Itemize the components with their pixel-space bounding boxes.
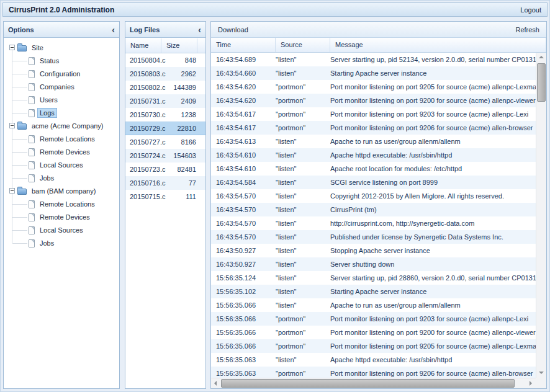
scroll-down-icon[interactable] <box>536 368 546 378</box>
log-row[interactable]: 15:56:35.066"listen"Apache to run as use… <box>211 298 536 312</box>
log-row[interactable]: 15:56:35.066"portmon"Port monitor listen… <box>211 339 536 353</box>
collapse-left-icon[interactable]: ‹ <box>198 27 201 33</box>
cell-message: Port monitor listening on port 9205 for … <box>330 83 536 91</box>
column-header-source[interactable]: Source <box>276 38 330 52</box>
logfile-row[interactable]: 20150729.c22810 <box>125 122 205 135</box>
tree-item-status[interactable]: Status <box>4 55 119 68</box>
expander-minus-icon[interactable] <box>9 188 15 194</box>
logfiles-panel-header: Log Files ‹ <box>125 22 205 38</box>
log-row[interactable]: 16:43:54.620"portmon"Port monitor listen… <box>211 80 536 94</box>
logfile-row[interactable]: 20150724.c154603 <box>125 149 205 163</box>
cell-message: CirrusPrint (tm) <box>330 206 536 213</box>
expander-minus-icon[interactable] <box>9 45 15 50</box>
download-toolbar: Download Refresh <box>211 22 546 38</box>
log-row[interactable]: 16:43:54.610"listen"Apache root location… <box>211 162 536 176</box>
horizontal-scrollbar[interactable] <box>211 378 536 388</box>
log-row[interactable]: 15:56:35.066"portmon"Port monitor listen… <box>211 312 536 326</box>
tree-item-companies[interactable]: Companies <box>4 81 119 94</box>
tree-item-jobs[interactable]: Jobs <box>4 172 119 185</box>
cell-source: "listen" <box>276 247 330 254</box>
cell-name: 20150731.c <box>125 97 161 105</box>
horizontal-scrollbar-thumb[interactable] <box>221 379 515 388</box>
options-panel-header: Options ‹ <box>4 22 119 38</box>
column-header-size[interactable]: Size <box>161 38 197 53</box>
log-row[interactable]: 15:56:35.063"listen"Apache httpd executa… <box>211 353 536 367</box>
options-panel-title: Options <box>8 26 34 33</box>
logfile-row[interactable]: 20150727.c8166 <box>125 135 205 149</box>
app-title: CirrusPrint 2.0 Administration <box>9 6 114 14</box>
log-row[interactable]: 15:56:35.066"portmon"Port monitor listen… <box>211 326 536 339</box>
tree-item-acme-acme-company[interactable]: acme (Acme Company) <box>4 120 119 133</box>
logfile-row[interactable]: 20150723.c82481 <box>125 163 205 176</box>
log-row[interactable]: 16:43:50.927"listen"Server shutting down <box>211 257 536 271</box>
column-header-time[interactable]: Time <box>211 38 276 52</box>
tree-item-remote-locations[interactable]: Remote Locations <box>4 133 119 146</box>
log-row[interactable]: 16:43:54.570"listen"http://cirrusprint.c… <box>211 216 536 230</box>
cell-size: 1238 <box>161 111 196 118</box>
logfile-row[interactable]: 20150803.c2962 <box>125 67 205 81</box>
document-icon <box>29 174 35 182</box>
tree-item-configuration[interactable]: Configuration <box>4 68 119 81</box>
log-row[interactable]: 16:43:54.689"listen"Server starting up, … <box>211 53 536 66</box>
download-button[interactable]: Download <box>216 25 250 35</box>
log-row[interactable]: 16:43:54.570"listen"Published under lice… <box>211 230 536 244</box>
logfile-row[interactable]: 20150715.c111 <box>125 190 205 203</box>
log-row[interactable]: 16:43:50.927"listen"Stopping Apache serv… <box>211 244 536 257</box>
cell-message: Published under license by Synergetic Da… <box>330 233 536 241</box>
tree-item-label: Local Sources <box>38 226 85 234</box>
tree-item-remote-devices[interactable]: Remote Devices <box>4 211 119 224</box>
cell-name: 20150729.c <box>125 125 161 132</box>
column-header-name[interactable]: Name <box>125 38 161 53</box>
log-row[interactable]: 16:43:54.660"listen"Starting Apache serv… <box>211 66 536 80</box>
cell-name: 20150716.c <box>125 179 161 187</box>
tree-item-local-sources[interactable]: Local Sources <box>4 159 119 172</box>
log-row[interactable]: 16:43:54.584"listen"SCGI service listeni… <box>211 176 536 189</box>
vertical-scrollbar-thumb[interactable] <box>537 63 546 102</box>
cell-time: 15:56:35.066 <box>211 301 276 309</box>
tree-item-site[interactable]: Site <box>4 42 119 55</box>
cell-time: 15:56:35.063 <box>211 356 276 363</box>
log-row[interactable]: 16:43:54.570"listen"CirrusPrint (tm) <box>211 203 536 216</box>
log-row[interactable]: 16:43:54.570"listen"Copyright 2012-2015 … <box>211 189 536 203</box>
tree-item-remote-devices[interactable]: Remote Devices <box>4 146 119 159</box>
tree-item-local-sources[interactable]: Local Sources <box>4 224 119 237</box>
tree-item-label: Jobs <box>38 239 56 247</box>
tree-item-jobs[interactable]: Jobs <box>4 237 119 250</box>
tree-item-label: Remote Locations <box>38 200 97 208</box>
scroll-left-icon[interactable] <box>211 378 221 388</box>
cell-name: 20150730.c <box>125 111 161 118</box>
refresh-button[interactable]: Refresh <box>513 25 541 35</box>
expander-minus-icon[interactable] <box>9 123 15 128</box>
tree-item-label: Remote Devices <box>38 148 92 156</box>
download-panel: Download Refresh Time Source Message 16:… <box>210 21 547 389</box>
tree-item-remote-locations[interactable]: Remote Locations <box>4 198 119 211</box>
vertical-scrollbar[interactable] <box>536 53 546 378</box>
cell-source: "listen" <box>276 179 330 186</box>
scroll-up-icon[interactable] <box>536 53 546 63</box>
collapse-left-icon[interactable]: ‹ <box>112 27 115 33</box>
logfile-row[interactable]: 20150730.c1238 <box>125 108 205 122</box>
tree-item-users[interactable]: Users <box>4 94 119 107</box>
cell-time: 15:56:35.102 <box>211 288 276 295</box>
tree-item-logs[interactable]: Logs <box>4 107 119 120</box>
scroll-right-icon[interactable] <box>526 378 536 388</box>
log-row[interactable]: 16:43:54.610"listen"Apache httpd executa… <box>211 148 536 162</box>
cell-source: "listen" <box>276 261 330 268</box>
app-window: { "titlebar": { "title": "CirrusPrint 2.… <box>0 0 550 392</box>
log-row[interactable]: 15:56:35.102"listen"Starting Apache serv… <box>211 285 536 298</box>
log-row[interactable]: 16:43:54.620"portmon"Port monitor listen… <box>211 94 536 107</box>
folder-icon <box>17 189 27 195</box>
log-row[interactable]: 16:43:54.613"listen"Apache to run as use… <box>211 135 536 148</box>
log-row[interactable]: 16:43:54.617"portmon"Port monitor listen… <box>211 107 536 121</box>
cell-message: Apache httpd executable: /usr/sbin/httpd <box>330 356 536 363</box>
log-row[interactable]: 15:56:35.124"listen"Server starting up, … <box>211 271 536 285</box>
logout-button[interactable]: Logout <box>520 6 541 14</box>
logfile-row[interactable]: 20150731.c2409 <box>125 94 205 108</box>
logfile-row[interactable]: 20150716.c77 <box>125 176 205 190</box>
log-row[interactable]: 16:43:54.617"portmon"Port monitor listen… <box>211 121 536 135</box>
logfile-row[interactable]: 20150804.c848 <box>125 53 205 67</box>
column-header-message[interactable]: Message <box>330 38 546 52</box>
tree-item-bam-bam-company[interactable]: bam (BAM company) <box>4 185 119 198</box>
logfile-row[interactable]: 20150802.c144389 <box>125 81 205 94</box>
cell-message: http://cirrusprint.com, http://synergeti… <box>330 220 536 227</box>
